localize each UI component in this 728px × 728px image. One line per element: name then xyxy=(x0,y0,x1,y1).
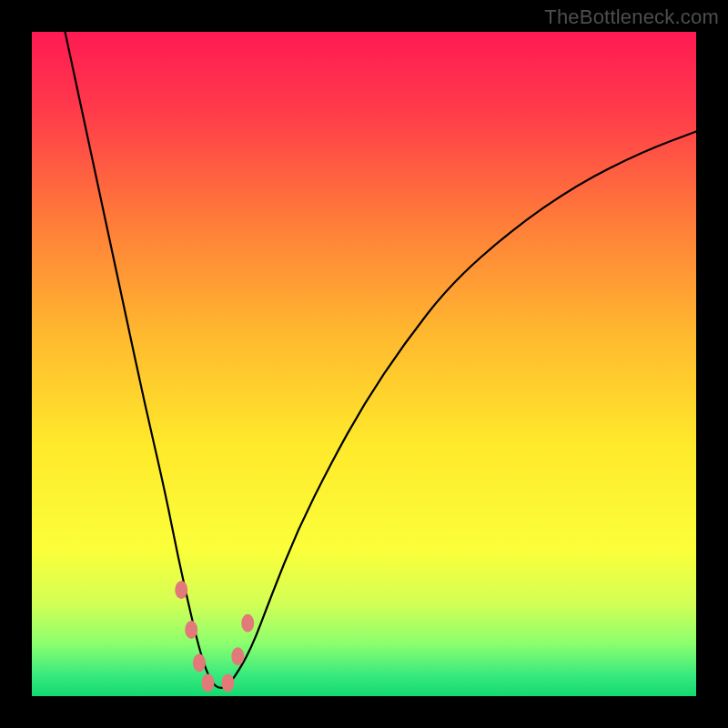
plot-frame xyxy=(32,32,696,696)
pt-left-high xyxy=(175,581,187,599)
pt-right-high xyxy=(241,614,254,632)
pt-left-low xyxy=(193,654,206,672)
gradient-rect xyxy=(32,32,696,696)
watermark-text: TheBottleneck.com xyxy=(544,5,719,29)
pt-right-low xyxy=(231,647,244,665)
bottleneck-plot xyxy=(32,32,696,696)
pt-valley-l xyxy=(201,673,214,692)
pt-left-mid xyxy=(185,621,197,639)
pt-valley-r xyxy=(221,673,234,692)
